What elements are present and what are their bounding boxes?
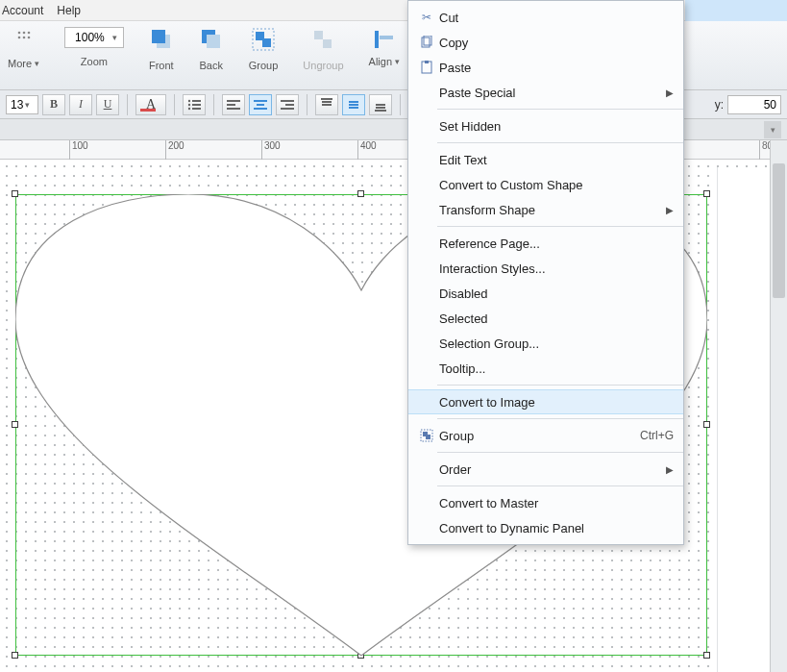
menu-separator [437, 452, 683, 453]
svg-rect-20 [192, 104, 201, 106]
font-size-input[interactable]: 13 [6, 95, 38, 114]
svg-point-17 [188, 99, 190, 101]
ruler-tick: 300 [261, 140, 281, 160]
bullets-button[interactable] [183, 94, 206, 115]
bullets-icon [187, 99, 201, 111]
back-icon [199, 27, 224, 52]
tb-back-group: Back [199, 27, 224, 71]
ctx-transform-shape-label: Transform Shape [439, 203, 666, 217]
scrollbar-vertical[interactable] [770, 140, 787, 672]
menu-separator [437, 109, 683, 110]
ruler-tick: 400 [357, 140, 377, 160]
svg-point-5 [27, 37, 30, 39]
front-button[interactable]: Front [149, 60, 174, 71]
svg-point-19 [188, 103, 190, 105]
ctx-set-hidden[interactable]: Set Hidden [408, 113, 683, 138]
ctx-group[interactable]: Group Ctrl+G [408, 423, 683, 448]
color-swatch [140, 109, 156, 112]
group-button[interactable]: Group [249, 60, 279, 71]
svg-rect-47 [426, 435, 430, 439]
menu-separator [437, 418, 683, 419]
svg-rect-28 [254, 108, 267, 110]
font-color-button[interactable]: A [135, 94, 166, 115]
svg-rect-40 [375, 110, 386, 112]
ctx-order[interactable]: Order▶ [408, 457, 683, 482]
valign-top-button[interactable] [315, 94, 338, 115]
tb-align-group: Align [369, 27, 400, 67]
ctx-convert-image[interactable]: Convert to Image [408, 389, 683, 414]
valign-bottom-button[interactable] [369, 94, 392, 115]
scrollbar-thumb[interactable] [773, 163, 785, 298]
ctx-group-shortcut: Ctrl+G [640, 429, 674, 442]
svg-rect-25 [227, 108, 240, 110]
align-right-icon [281, 99, 294, 111]
ctx-edit-text[interactable]: Edit Text [408, 147, 683, 172]
ctx-paste-label: Paste [439, 61, 674, 75]
ctx-convert-dynamic[interactable]: Convert to Dynamic Panel [408, 515, 683, 540]
svg-rect-16 [380, 36, 393, 39]
submenu-arrow-icon: ▶ [666, 205, 674, 215]
bold-button[interactable]: B [42, 94, 65, 115]
valign-middle-button[interactable] [342, 94, 365, 115]
underline-button[interactable]: U [96, 94, 119, 115]
svg-rect-33 [322, 101, 332, 103]
align-left-button[interactable] [222, 94, 245, 115]
valign-top-icon [321, 98, 332, 112]
svg-rect-29 [281, 100, 294, 102]
align-right-button[interactable] [276, 94, 299, 115]
separator [400, 94, 401, 115]
zoom-input[interactable]: 100% [64, 27, 124, 48]
align-button[interactable]: Align [369, 56, 400, 67]
ctx-group-label: Group [439, 429, 640, 443]
svg-rect-13 [314, 31, 323, 39]
align-center-button[interactable] [249, 94, 272, 115]
ctx-tooltip-label: Tooltip... [439, 361, 674, 376]
svg-rect-26 [254, 100, 267, 102]
ctx-convert-image-label: Convert to Image [439, 395, 674, 410]
more-button[interactable]: More [8, 58, 39, 69]
menu-help[interactable]: Help [57, 0, 81, 20]
svg-point-1 [22, 32, 25, 35]
ctx-tooltip[interactable]: Tooltip... [408, 356, 683, 381]
y-input[interactable] [727, 95, 781, 114]
tb-ungroup-group: Ungroup [303, 27, 343, 71]
ctx-order-label: Order [439, 462, 666, 477]
ctx-paste[interactable]: Paste [408, 55, 683, 80]
ctx-paste-special-label: Paste Special [439, 86, 666, 100]
svg-rect-14 [323, 39, 332, 48]
collapse-panel-button[interactable]: ▾ [764, 121, 781, 138]
menu-separator [437, 385, 683, 386]
ctx-cut[interactable]: ✂ Cut [408, 5, 683, 30]
separator [307, 94, 307, 115]
ctx-convert-master-label: Convert to Master [439, 496, 674, 510]
front-icon [149, 27, 174, 52]
menu-separator [437, 142, 683, 143]
ctx-transform-shape[interactable]: Transform Shape▶ [408, 197, 683, 222]
back-button[interactable]: Back [200, 60, 223, 71]
ctx-disabled[interactable]: Disabled [408, 281, 683, 306]
ctx-convert-custom[interactable]: Convert to Custom Shape [408, 172, 683, 197]
ctx-selected[interactable]: Selected [408, 306, 683, 331]
ctx-selection-group[interactable]: Selection Group... [408, 331, 683, 356]
zoom-value: 100% [69, 31, 111, 44]
paste-icon [414, 61, 439, 74]
tb-group-group: Group [249, 27, 279, 71]
ctx-interaction-styles[interactable]: Interaction Styles... [408, 256, 683, 281]
svg-rect-31 [281, 108, 294, 110]
submenu-arrow-icon: ▶ [666, 87, 674, 98]
ctx-copy-label: Copy [439, 36, 674, 50]
separator [213, 94, 214, 115]
svg-point-4 [22, 37, 25, 39]
ctx-paste-special[interactable]: Paste Special ▶ [408, 80, 683, 105]
valign-bottom-icon [375, 98, 386, 112]
ctx-cut-label: Cut [439, 11, 674, 25]
context-menu: ✂ Cut Copy Paste Paste Special ▶ Set Hid… [407, 0, 684, 545]
ctx-selected-label: Selected [439, 311, 674, 326]
italic-button[interactable]: I [69, 94, 92, 115]
svg-rect-23 [227, 100, 240, 102]
ctx-copy[interactable]: Copy [408, 30, 683, 55]
ctx-reference-page[interactable]: Reference Page... [408, 231, 683, 256]
menu-separator [437, 485, 683, 486]
ctx-convert-master[interactable]: Convert to Master [408, 490, 683, 515]
menu-account[interactable]: Account [2, 0, 43, 20]
